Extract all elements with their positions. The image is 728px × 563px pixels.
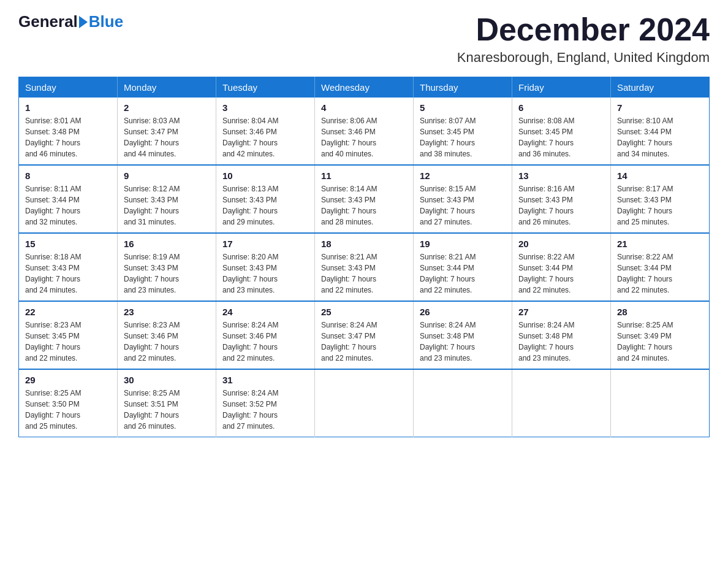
day-number: 17 — [222, 239, 308, 249]
day-number: 2 — [124, 102, 210, 113]
day-info: Sunrise: 8:16 AM Sunset: 3:43 PM Dayligh… — [518, 183, 604, 228]
day-number: 10 — [222, 170, 308, 181]
logo: General Blue — [18, 12, 123, 31]
calendar-week-row: 22 Sunrise: 8:23 AM Sunset: 3:45 PM Dayl… — [19, 301, 710, 369]
day-number: 6 — [518, 102, 604, 113]
day-info: Sunrise: 8:23 AM Sunset: 3:46 PM Dayligh… — [124, 320, 210, 364]
logo-general-text: General — [18, 12, 78, 31]
day-number: 4 — [321, 102, 407, 113]
calendar-cell: 21 Sunrise: 8:22 AM Sunset: 3:44 PM Dayl… — [611, 233, 710, 301]
day-info: Sunrise: 8:01 AM Sunset: 3:48 PM Dayligh… — [25, 115, 111, 159]
calendar-cell: 22 Sunrise: 8:23 AM Sunset: 3:45 PM Dayl… — [19, 301, 118, 369]
day-number: 13 — [518, 170, 604, 181]
day-number: 19 — [420, 239, 506, 249]
weekday-header-row: Sunday Monday Tuesday Wednesday Thursday… — [19, 77, 710, 98]
calendar-cell: 26 Sunrise: 8:24 AM Sunset: 3:48 PM Dayl… — [414, 301, 512, 369]
day-info: Sunrise: 8:15 AM Sunset: 3:43 PM Dayligh… — [420, 183, 506, 228]
day-info: Sunrise: 8:24 AM Sunset: 3:48 PM Dayligh… — [518, 320, 604, 364]
day-info: Sunrise: 8:24 AM Sunset: 3:48 PM Dayligh… — [420, 320, 506, 364]
day-number: 14 — [617, 170, 703, 181]
day-number: 21 — [617, 239, 703, 249]
day-info: Sunrise: 8:08 AM Sunset: 3:45 PM Dayligh… — [518, 115, 604, 159]
day-info: Sunrise: 8:12 AM Sunset: 3:43 PM Dayligh… — [124, 183, 210, 228]
calendar-cell: 18 Sunrise: 8:21 AM Sunset: 3:43 PM Dayl… — [315, 233, 414, 301]
day-number: 5 — [420, 102, 506, 113]
calendar-cell: 8 Sunrise: 8:11 AM Sunset: 3:44 PM Dayli… — [19, 165, 118, 233]
calendar-cell: 30 Sunrise: 8:25 AM Sunset: 3:51 PM Dayl… — [118, 369, 216, 437]
title-area: December 2024 Knaresborough, England, Un… — [457, 12, 710, 66]
day-number: 9 — [124, 170, 210, 181]
day-info: Sunrise: 8:24 AM Sunset: 3:47 PM Dayligh… — [321, 320, 407, 364]
calendar-cell: 16 Sunrise: 8:19 AM Sunset: 3:43 PM Dayl… — [118, 233, 216, 301]
day-number: 29 — [25, 375, 111, 385]
day-number: 26 — [420, 307, 506, 317]
day-info: Sunrise: 8:13 AM Sunset: 3:43 PM Dayligh… — [222, 183, 308, 228]
calendar-cell: 2 Sunrise: 8:03 AM Sunset: 3:47 PM Dayli… — [118, 98, 216, 165]
day-number: 7 — [617, 102, 703, 113]
calendar-cell: 20 Sunrise: 8:22 AM Sunset: 3:44 PM Dayl… — [512, 233, 611, 301]
day-number: 23 — [124, 307, 210, 317]
calendar-week-row: 15 Sunrise: 8:18 AM Sunset: 3:43 PM Dayl… — [19, 233, 710, 301]
logo-blue-text: Blue — [89, 12, 123, 31]
day-info: Sunrise: 8:22 AM Sunset: 3:44 PM Dayligh… — [518, 251, 604, 296]
day-number: 3 — [222, 102, 308, 113]
location-title: Knaresborough, England, United Kingdom — [457, 50, 710, 66]
calendar-cell: 25 Sunrise: 8:24 AM Sunset: 3:47 PM Dayl… — [315, 301, 414, 369]
day-info: Sunrise: 8:21 AM Sunset: 3:43 PM Dayligh… — [321, 251, 407, 296]
day-number: 22 — [25, 307, 111, 317]
day-number: 28 — [617, 307, 703, 317]
day-info: Sunrise: 8:06 AM Sunset: 3:46 PM Dayligh… — [321, 115, 407, 159]
calendar-cell: 5 Sunrise: 8:07 AM Sunset: 3:45 PM Dayli… — [414, 98, 512, 165]
calendar-cell: 1 Sunrise: 8:01 AM Sunset: 3:48 PM Dayli… — [19, 98, 118, 165]
calendar-week-row: 29 Sunrise: 8:25 AM Sunset: 3:50 PM Dayl… — [19, 369, 710, 437]
day-number: 18 — [321, 239, 407, 249]
day-number: 8 — [25, 170, 111, 181]
header-wednesday: Wednesday — [315, 77, 414, 98]
header-friday: Friday — [512, 77, 611, 98]
header-saturday: Saturday — [611, 77, 710, 98]
calendar-cell: 29 Sunrise: 8:25 AM Sunset: 3:50 PM Dayl… — [19, 369, 118, 437]
header-sunday: Sunday — [19, 77, 118, 98]
calendar-cell: 4 Sunrise: 8:06 AM Sunset: 3:46 PM Dayli… — [315, 98, 414, 165]
calendar-cell: 19 Sunrise: 8:21 AM Sunset: 3:44 PM Dayl… — [414, 233, 512, 301]
day-info: Sunrise: 8:03 AM Sunset: 3:47 PM Dayligh… — [124, 115, 210, 159]
logo-area: General Blue — [18, 12, 123, 31]
calendar-cell: 11 Sunrise: 8:14 AM Sunset: 3:43 PM Dayl… — [315, 165, 414, 233]
calendar-cell: 7 Sunrise: 8:10 AM Sunset: 3:44 PM Dayli… — [611, 98, 710, 165]
day-number: 20 — [518, 239, 604, 249]
calendar-cell: 17 Sunrise: 8:20 AM Sunset: 3:43 PM Dayl… — [216, 233, 315, 301]
calendar-cell: 12 Sunrise: 8:15 AM Sunset: 3:43 PM Dayl… — [414, 165, 512, 233]
header: General Blue December 2024 Knaresborough… — [18, 12, 710, 66]
calendar-cell: 27 Sunrise: 8:24 AM Sunset: 3:48 PM Dayl… — [512, 301, 611, 369]
calendar-week-row: 8 Sunrise: 8:11 AM Sunset: 3:44 PM Dayli… — [19, 165, 710, 233]
calendar-cell: 15 Sunrise: 8:18 AM Sunset: 3:43 PM Dayl… — [19, 233, 118, 301]
logo-arrow-icon — [79, 16, 88, 28]
calendar-cell: 31 Sunrise: 8:24 AM Sunset: 3:52 PM Dayl… — [216, 369, 315, 437]
day-number: 27 — [518, 307, 604, 317]
header-monday: Monday — [118, 77, 216, 98]
calendar-cell: 6 Sunrise: 8:08 AM Sunset: 3:45 PM Dayli… — [512, 98, 611, 165]
day-info: Sunrise: 8:25 AM Sunset: 3:49 PM Dayligh… — [617, 320, 703, 364]
calendar-table: Sunday Monday Tuesday Wednesday Thursday… — [18, 77, 710, 437]
calendar-cell — [512, 369, 611, 437]
day-number: 15 — [25, 239, 111, 249]
day-info: Sunrise: 8:19 AM Sunset: 3:43 PM Dayligh… — [124, 251, 210, 296]
calendar-week-row: 1 Sunrise: 8:01 AM Sunset: 3:48 PM Dayli… — [19, 98, 710, 165]
day-number: 31 — [222, 375, 308, 385]
month-title: December 2024 — [457, 12, 710, 47]
calendar-cell: 23 Sunrise: 8:23 AM Sunset: 3:46 PM Dayl… — [118, 301, 216, 369]
day-info: Sunrise: 8:07 AM Sunset: 3:45 PM Dayligh… — [420, 115, 506, 159]
day-info: Sunrise: 8:14 AM Sunset: 3:43 PM Dayligh… — [321, 183, 407, 228]
day-number: 12 — [420, 170, 506, 181]
day-info: Sunrise: 8:24 AM Sunset: 3:46 PM Dayligh… — [222, 320, 308, 364]
day-info: Sunrise: 8:25 AM Sunset: 3:51 PM Dayligh… — [124, 388, 210, 432]
day-info: Sunrise: 8:20 AM Sunset: 3:43 PM Dayligh… — [222, 251, 308, 296]
day-number: 24 — [222, 307, 308, 317]
day-number: 1 — [25, 102, 111, 113]
day-number: 16 — [124, 239, 210, 249]
calendar-cell: 10 Sunrise: 8:13 AM Sunset: 3:43 PM Dayl… — [216, 165, 315, 233]
calendar-cell: 28 Sunrise: 8:25 AM Sunset: 3:49 PM Dayl… — [611, 301, 710, 369]
calendar-cell: 24 Sunrise: 8:24 AM Sunset: 3:46 PM Dayl… — [216, 301, 315, 369]
calendar-cell — [611, 369, 710, 437]
day-info: Sunrise: 8:22 AM Sunset: 3:44 PM Dayligh… — [617, 251, 703, 296]
